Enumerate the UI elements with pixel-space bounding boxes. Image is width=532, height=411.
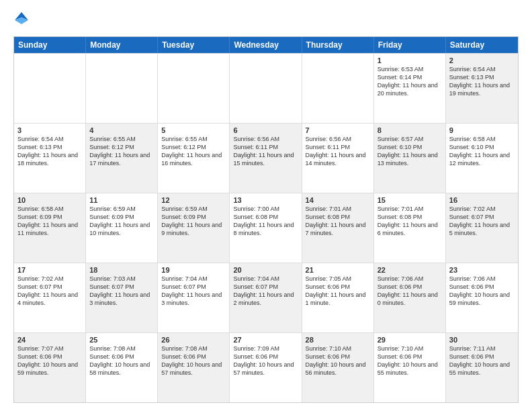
calendar-row-4: 17Sunrise: 7:02 AM Sunset: 6:07 PM Dayli… [14,263,518,332]
calendar-cell: 3Sunrise: 6:54 AM Sunset: 6:13 PM Daylig… [14,124,86,193]
day-info: Sunrise: 7:08 AM Sunset: 6:06 PM Dayligh… [161,345,226,377]
day-info: Sunrise: 7:04 AM Sunset: 6:07 PM Dayligh… [161,275,226,308]
day-number: 23 [449,266,515,274]
logo [13,11,32,30]
day-number: 24 [17,336,82,344]
header-cell-tuesday: Tuesday [158,37,230,53]
logo-icon [13,11,30,30]
calendar-cell: 21Sunrise: 7:05 AM Sunset: 6:06 PM Dayli… [302,263,374,332]
day-number: 12 [161,196,226,204]
calendar-cell: 24Sunrise: 7:07 AM Sunset: 6:06 PM Dayli… [14,333,86,402]
calendar-header: SundayMondayTuesdayWednesdayThursdayFrid… [14,37,518,53]
day-info: Sunrise: 7:07 AM Sunset: 6:06 PM Dayligh… [17,345,82,377]
day-number: 20 [233,266,298,274]
calendar-cell [302,54,374,123]
calendar-body: 1Sunrise: 6:53 AM Sunset: 6:14 PM Daylig… [14,53,518,402]
day-info: Sunrise: 7:06 AM Sunset: 6:06 PM Dayligh… [449,275,515,308]
header-cell-saturday: Saturday [446,37,518,53]
day-info: Sunrise: 7:02 AM Sunset: 6:07 PM Dayligh… [449,205,515,238]
day-info: Sunrise: 6:56 AM Sunset: 6:11 PM Dayligh… [306,135,370,168]
day-info: Sunrise: 7:09 AM Sunset: 6:06 PM Dayligh… [233,345,298,377]
day-info: Sunrise: 6:59 AM Sunset: 6:09 PM Dayligh… [89,205,154,238]
calendar-cell: 1Sunrise: 6:53 AM Sunset: 6:14 PM Daylig… [374,54,446,123]
header-cell-friday: Friday [374,37,446,53]
day-info: Sunrise: 7:03 AM Sunset: 6:07 PM Dayligh… [89,275,154,308]
day-info: Sunrise: 7:01 AM Sunset: 6:08 PM Dayligh… [306,205,370,238]
calendar-cell [86,54,158,123]
day-info: Sunrise: 6:55 AM Sunset: 6:12 PM Dayligh… [161,135,226,168]
calendar-cell: 29Sunrise: 7:10 AM Sunset: 6:06 PM Dayli… [374,333,446,402]
header-cell-thursday: Thursday [302,37,374,53]
calendar-cell: 12Sunrise: 6:59 AM Sunset: 6:09 PM Dayli… [158,193,230,263]
calendar-cell: 15Sunrise: 7:01 AM Sunset: 6:08 PM Dayli… [374,193,446,263]
calendar-cell: 23Sunrise: 7:06 AM Sunset: 6:06 PM Dayli… [446,263,518,332]
day-number: 27 [233,336,298,344]
day-number: 29 [378,336,442,344]
calendar-cell: 27Sunrise: 7:09 AM Sunset: 6:06 PM Dayli… [230,333,302,402]
calendar-cell: 19Sunrise: 7:04 AM Sunset: 6:07 PM Dayli… [158,263,230,332]
day-info: Sunrise: 6:59 AM Sunset: 6:09 PM Dayligh… [161,205,226,238]
day-number: 9 [449,126,515,134]
day-info: Sunrise: 7:06 AM Sunset: 6:06 PM Dayligh… [378,275,442,308]
day-number: 3 [17,126,82,134]
calendar-cell: 28Sunrise: 7:10 AM Sunset: 6:06 PM Dayli… [302,333,374,402]
calendar-cell: 17Sunrise: 7:02 AM Sunset: 6:07 PM Dayli… [14,263,86,332]
day-number: 11 [89,196,154,204]
day-info: Sunrise: 6:58 AM Sunset: 6:10 PM Dayligh… [449,135,515,168]
day-number: 17 [17,266,82,274]
day-info: Sunrise: 6:55 AM Sunset: 6:12 PM Dayligh… [89,135,154,168]
calendar-cell [158,54,230,123]
day-info: Sunrise: 7:05 AM Sunset: 6:06 PM Dayligh… [306,275,370,308]
calendar-cell: 16Sunrise: 7:02 AM Sunset: 6:07 PM Dayli… [446,193,518,263]
calendar-cell: 5Sunrise: 6:55 AM Sunset: 6:12 PM Daylig… [158,124,230,193]
calendar-row-1: 1Sunrise: 6:53 AM Sunset: 6:14 PM Daylig… [14,53,518,123]
day-info: Sunrise: 7:02 AM Sunset: 6:07 PM Dayligh… [17,275,82,308]
day-number: 4 [89,126,154,134]
page: SundayMondayTuesdayWednesdayThursdayFrid… [0,0,532,411]
header-cell-monday: Monday [86,37,158,53]
day-number: 1 [378,56,442,64]
calendar-cell: 11Sunrise: 6:59 AM Sunset: 6:09 PM Dayli… [86,193,158,263]
calendar-cell [14,54,86,123]
day-number: 28 [306,336,370,344]
day-number: 13 [233,196,298,204]
day-info: Sunrise: 7:04 AM Sunset: 6:07 PM Dayligh… [233,275,298,308]
day-info: Sunrise: 7:10 AM Sunset: 6:06 PM Dayligh… [306,345,370,377]
calendar: SundayMondayTuesdayWednesdayThursdayFrid… [13,36,519,403]
calendar-cell: 4Sunrise: 6:55 AM Sunset: 6:12 PM Daylig… [86,124,158,193]
day-number: 21 [306,266,370,274]
day-number: 22 [378,266,442,274]
day-number: 14 [306,196,370,204]
calendar-row-5: 24Sunrise: 7:07 AM Sunset: 6:06 PM Dayli… [14,332,518,402]
calendar-cell: 30Sunrise: 7:11 AM Sunset: 6:06 PM Dayli… [446,333,518,402]
calendar-cell [230,54,302,123]
day-info: Sunrise: 6:56 AM Sunset: 6:11 PM Dayligh… [233,135,298,168]
calendar-cell: 26Sunrise: 7:08 AM Sunset: 6:06 PM Dayli… [158,333,230,402]
calendar-cell: 8Sunrise: 6:57 AM Sunset: 6:10 PM Daylig… [374,124,446,193]
day-number: 6 [233,126,298,134]
header-cell-wednesday: Wednesday [230,37,302,53]
day-number: 5 [161,126,226,134]
day-number: 7 [306,126,370,134]
calendar-cell: 22Sunrise: 7:06 AM Sunset: 6:06 PM Dayli… [374,263,446,332]
page-header [13,11,519,30]
day-number: 25 [89,336,154,344]
day-info: Sunrise: 6:54 AM Sunset: 6:13 PM Dayligh… [449,65,515,98]
day-info: Sunrise: 6:53 AM Sunset: 6:14 PM Dayligh… [378,65,442,98]
calendar-cell: 13Sunrise: 7:00 AM Sunset: 6:08 PM Dayli… [230,193,302,263]
day-info: Sunrise: 6:57 AM Sunset: 6:10 PM Dayligh… [378,135,442,168]
calendar-cell: 18Sunrise: 7:03 AM Sunset: 6:07 PM Dayli… [86,263,158,332]
day-number: 16 [449,196,515,204]
day-info: Sunrise: 7:01 AM Sunset: 6:08 PM Dayligh… [378,205,442,238]
day-info: Sunrise: 6:54 AM Sunset: 6:13 PM Dayligh… [17,135,82,168]
calendar-cell: 25Sunrise: 7:08 AM Sunset: 6:06 PM Dayli… [86,333,158,402]
header-cell-sunday: Sunday [14,37,86,53]
day-number: 19 [161,266,226,274]
calendar-cell: 20Sunrise: 7:04 AM Sunset: 6:07 PM Dayli… [230,263,302,332]
day-info: Sunrise: 7:08 AM Sunset: 6:06 PM Dayligh… [89,345,154,377]
calendar-cell: 7Sunrise: 6:56 AM Sunset: 6:11 PM Daylig… [302,124,374,193]
calendar-cell: 6Sunrise: 6:56 AM Sunset: 6:11 PM Daylig… [230,124,302,193]
day-number: 10 [17,196,82,204]
calendar-cell: 10Sunrise: 6:58 AM Sunset: 6:09 PM Dayli… [14,193,86,263]
day-info: Sunrise: 7:10 AM Sunset: 6:06 PM Dayligh… [378,345,442,377]
